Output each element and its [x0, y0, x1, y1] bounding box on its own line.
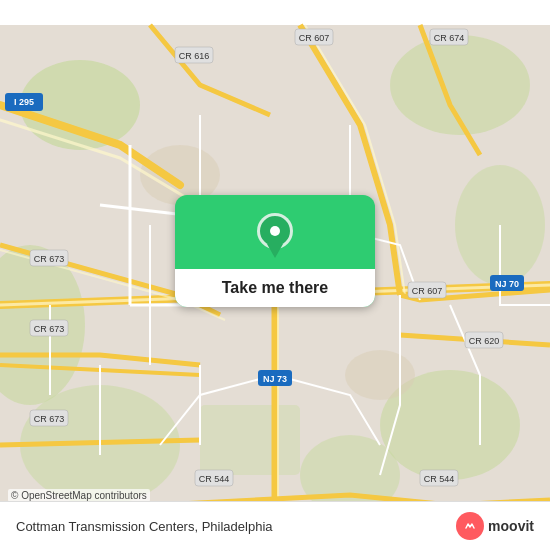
- pin-area: [175, 195, 375, 265]
- svg-text:CR 673: CR 673: [34, 414, 65, 424]
- svg-text:NJ 70: NJ 70: [495, 279, 519, 289]
- svg-text:CR 607: CR 607: [299, 33, 330, 43]
- svg-text:NJ 73: NJ 73: [263, 374, 287, 384]
- svg-point-10: [345, 350, 415, 400]
- svg-text:CR 616: CR 616: [179, 51, 210, 61]
- svg-text:CR 673: CR 673: [34, 324, 65, 334]
- moovit-text: moovit: [488, 518, 534, 534]
- cta-label: Take me there: [175, 269, 375, 307]
- svg-text:CR 544: CR 544: [199, 474, 230, 484]
- svg-text:CR 607: CR 607: [412, 286, 443, 296]
- location-title: Cottman Transmission Centers, Philadelph…: [16, 519, 273, 534]
- svg-text:CR 674: CR 674: [434, 33, 465, 43]
- location-pin-icon: [257, 213, 293, 257]
- bottom-bar: Cottman Transmission Centers, Philadelph…: [0, 501, 550, 550]
- svg-text:CR 673: CR 673: [34, 254, 65, 264]
- svg-text:I 295: I 295: [14, 97, 34, 107]
- attribution-text: © OpenStreetMap contributors: [11, 490, 147, 501]
- moovit-icon: [456, 512, 484, 540]
- moovit-logo: moovit: [456, 512, 534, 540]
- map-container: I 295 CR 616 CR 607 CR 674 CR 673 CR 673…: [0, 0, 550, 550]
- svg-text:CR 544: CR 544: [424, 474, 455, 484]
- svg-text:CR 620: CR 620: [469, 336, 500, 346]
- svg-rect-8: [200, 405, 300, 475]
- take-me-there-button[interactable]: Take me there: [175, 195, 375, 307]
